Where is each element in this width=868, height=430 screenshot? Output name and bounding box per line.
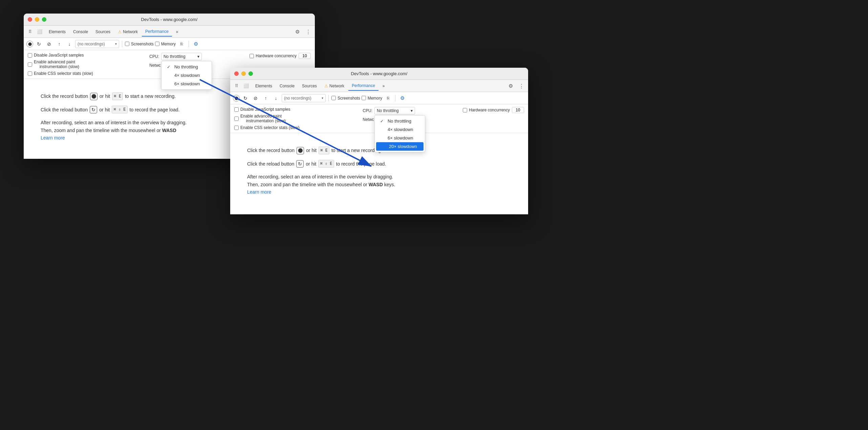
tab-network-back[interactable]: ⚠ Network	[114, 27, 141, 37]
memory-checkbox-back[interactable]: Memory	[155, 42, 176, 46]
cpu-dropdown-value-back: No throttling	[164, 54, 186, 59]
tab-sources-back[interactable]: Sources	[92, 27, 114, 37]
adv-paint-input-back[interactable]	[28, 62, 32, 67]
hw-concurrency-input-back[interactable]	[249, 54, 254, 58]
learn-more-back[interactable]: Learn more	[41, 135, 65, 141]
hw-concurrency-checkbox-front[interactable]: Hardware concurrency	[463, 108, 510, 112]
settings2-icon-front[interactable]: ⚙	[398, 94, 406, 102]
adv-paint-checkbox-back[interactable]: Enable advanced paint instrumentation (s…	[28, 60, 144, 69]
css-stats-input-back[interactable]	[28, 71, 32, 76]
cpu-dropdown-arrow-front: ▾	[411, 108, 413, 113]
hw-concurrency-checkbox-back[interactable]: Hardware concurrency	[249, 53, 297, 58]
settings-icon-back[interactable]: ⚙	[293, 28, 301, 36]
responsive-icon-front[interactable]: ⬜	[242, 82, 250, 90]
css-stats-checkbox-back[interactable]: Enable CSS selector stats (slow)	[28, 71, 144, 76]
learn-more-front[interactable]: Learn more	[247, 189, 272, 195]
tab-more-back[interactable]: »	[173, 27, 182, 37]
reload-btn-front[interactable]: ↻	[241, 94, 250, 103]
record-or-back: or hit	[100, 92, 110, 100]
devtools-icon-back[interactable]: ⠿	[26, 28, 34, 36]
record-end-back: to start a new recording.	[125, 92, 176, 100]
reload-kbd-front: ⌘ ⇧ E	[318, 160, 334, 168]
adv-paint-checkbox-front[interactable]: Enable advanced paint instrumentation (s…	[234, 114, 357, 123]
dropdown-item-6x-back[interactable]: 6× slowdown	[161, 80, 212, 88]
tab-elements-back[interactable]: Elements	[45, 27, 69, 37]
css-stats-input-front[interactable]	[234, 126, 239, 130]
minimize-button-back[interactable]	[35, 17, 39, 22]
desc1-cut-back: ging.	[176, 120, 187, 125]
traffic-lights-front	[234, 71, 253, 76]
hw-concurrency-value-front[interactable]	[512, 107, 524, 113]
more-icon-back[interactable]: ⋮	[304, 28, 312, 36]
screenshots-checkbox-front[interactable]: Screenshots	[331, 96, 360, 101]
tab-elements-front[interactable]: Elements	[252, 81, 276, 91]
tab-console-back[interactable]: Console	[70, 27, 91, 37]
maximize-button-front[interactable]	[248, 71, 253, 76]
cpu-label-back: CPU:	[149, 54, 159, 59]
reload-kbd-back: ⌘ ⇧ E	[112, 106, 127, 113]
tab-console-front[interactable]: Console	[276, 81, 298, 91]
tab-more-front[interactable]: »	[379, 81, 388, 91]
disable-js-checkbox-front[interactable]: Disable JavaScript samples	[234, 107, 357, 112]
settings-icon-front[interactable]: ⚙	[506, 82, 515, 90]
upload-btn-front[interactable]: ↑	[261, 94, 270, 103]
record-btn-back[interactable]: ⬤	[26, 41, 33, 47]
adv-paint-input-front[interactable]	[234, 116, 239, 121]
toolbar-back: ⬤ ↻ ⊘ ↑ ↓ (no recordings) ▾ Screenshots …	[24, 38, 315, 50]
download-btn-front[interactable]: ↓	[272, 94, 280, 103]
check-icon-front: ✓	[380, 119, 385, 124]
more-icon-front[interactable]: ⋮	[517, 82, 525, 90]
close-button-front[interactable]	[234, 71, 239, 76]
memory-input-back[interactable]	[155, 42, 159, 46]
reload-btn-icon-back: ↻	[90, 106, 97, 113]
devtools-icon-front[interactable]: ⠿	[233, 82, 240, 90]
clear-btn-front[interactable]: ⊘	[251, 94, 260, 103]
hw-concurrency-value-back[interactable]	[299, 53, 311, 59]
minimize-button-front[interactable]	[241, 71, 246, 76]
screenshots-checkbox-back[interactable]: Screenshots	[125, 42, 154, 46]
screenshots-input-front[interactable]	[331, 96, 336, 100]
tab-performance-front[interactable]: Performance	[348, 81, 378, 91]
memory-input-front[interactable]	[362, 96, 366, 100]
dropdown-label-4x-front: 4× slowdown	[388, 127, 413, 132]
cpu-dropdown-front[interactable]: No throttling ▾	[374, 107, 415, 114]
dropdown-item-4x-back[interactable]: 4× slowdown	[161, 71, 212, 80]
screenshots-input-back[interactable]	[125, 42, 129, 46]
download-btn-back[interactable]: ↓	[65, 40, 74, 48]
reload-btn-back[interactable]: ↻	[35, 40, 43, 48]
hw-concurrency-input-front[interactable]	[463, 108, 467, 112]
disable-js-checkbox-back[interactable]: Disable JavaScript samples	[28, 53, 144, 58]
dropdown-item-no-throttle-back[interactable]: ✓ No throttling	[161, 63, 212, 71]
maximize-button-back[interactable]	[42, 17, 46, 22]
tab-network-label-back: Network	[123, 29, 138, 34]
dropdown-item-20x-front[interactable]: 20× slowdown	[376, 142, 424, 151]
tab-sources-front[interactable]: Sources	[299, 81, 320, 91]
css-stats-checkbox-front[interactable]: Enable CSS selector stats (slow)	[234, 125, 357, 130]
network-warn-icon-front: ⚠	[324, 84, 328, 88]
record-btn-icon-front: ⬤	[297, 147, 304, 154]
disable-js-input-back[interactable]	[28, 53, 32, 58]
record-btn-front[interactable]: ⬤	[233, 95, 240, 102]
upload-btn-back[interactable]: ↑	[55, 40, 64, 48]
reload-or-back: or hit	[99, 106, 110, 113]
tab-bar-back: ⠿ ⬜ Elements Console Sources ⚠ Network P…	[24, 26, 315, 38]
responsive-icon-back[interactable]: ⬜	[36, 28, 43, 36]
recordings-value-front: (no recordings)	[284, 96, 311, 101]
disable-js-input-front[interactable]	[234, 107, 239, 112]
tab-network-front[interactable]: ⚠ Network	[321, 81, 348, 91]
dropdown-item-no-throttle-front[interactable]: ✓ No throttling	[375, 117, 425, 125]
recordings-select-back[interactable]: (no recordings) ▾	[75, 40, 119, 48]
close-button-back[interactable]	[28, 17, 32, 22]
cpu-dropdown-value-front: No throttling	[377, 108, 399, 113]
memory-checkbox-front[interactable]: Memory	[362, 96, 382, 101]
dropdown-item-4x-front[interactable]: 4× slowdown	[375, 125, 425, 134]
settings2-icon-back[interactable]: ⚙	[192, 40, 200, 48]
recordings-select-front[interactable]: (no recordings) ▾	[282, 94, 326, 102]
dropdown-item-6x-front[interactable]: 6× slowdown	[375, 134, 425, 142]
clear-btn-back[interactable]: ⊘	[45, 40, 53, 48]
toolbar-front: ⬤ ↻ ⊘ ↑ ↓ (no recordings) ▾ Screenshots …	[230, 92, 528, 104]
tab-performance-back[interactable]: Performance	[142, 27, 172, 37]
memory-icon-front[interactable]: ⎘	[384, 94, 392, 103]
cpu-dropdown-back[interactable]: No throttling ▾	[161, 53, 202, 60]
memory-icon-back[interactable]: ⎘	[177, 40, 186, 48]
